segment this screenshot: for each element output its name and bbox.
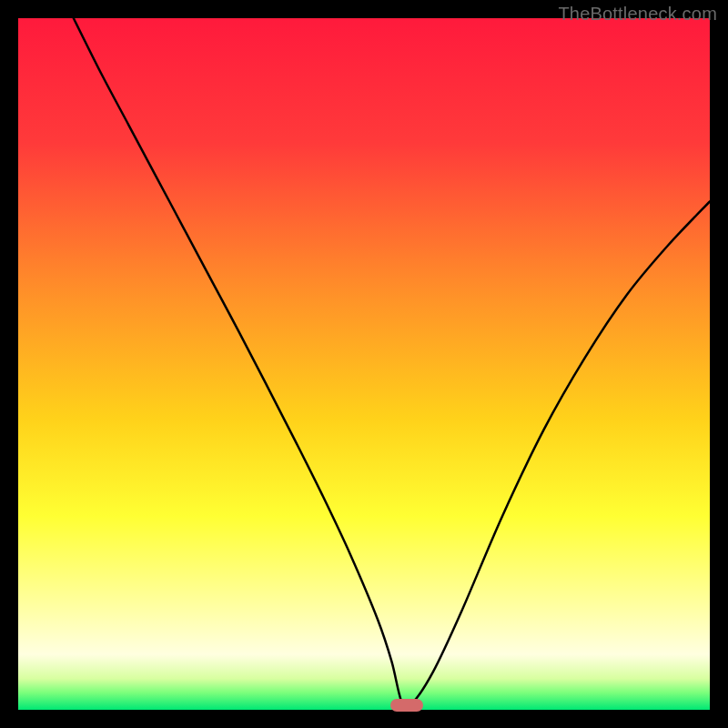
chart-svg — [18, 18, 710, 710]
minimum-marker — [390, 699, 423, 712]
chart-frame: TheBottleneck.com — [0, 0, 728, 728]
gradient-background — [18, 18, 710, 710]
watermark-text: TheBottleneck.com — [558, 4, 717, 25]
plot-area — [18, 18, 710, 710]
